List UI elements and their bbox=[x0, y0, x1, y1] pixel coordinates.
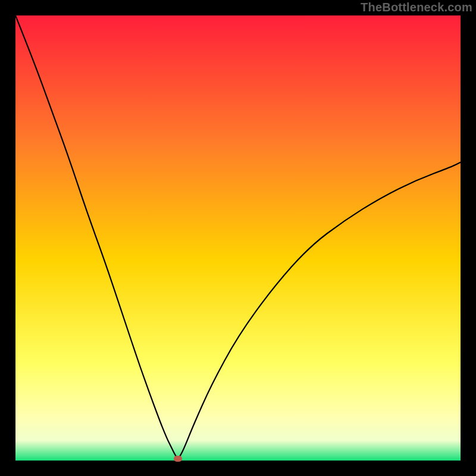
chart-stage: TheBottleneck.com bbox=[0, 0, 476, 476]
bottleneck-curve bbox=[15, 15, 461, 461]
plot-area bbox=[15, 15, 461, 461]
notch-marker bbox=[174, 456, 182, 462]
watermark-label: TheBottleneck.com bbox=[361, 1, 472, 14]
